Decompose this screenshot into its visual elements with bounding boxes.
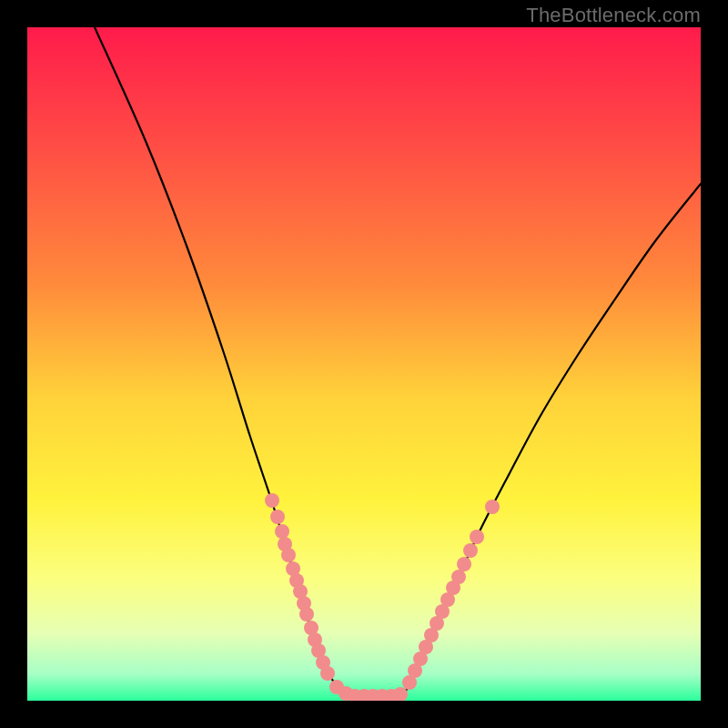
gradient-background [27,27,701,701]
svg-rect-0 [27,27,701,701]
watermark-text: TheBottleneck.com [526,4,701,27]
chart-frame [27,27,701,701]
